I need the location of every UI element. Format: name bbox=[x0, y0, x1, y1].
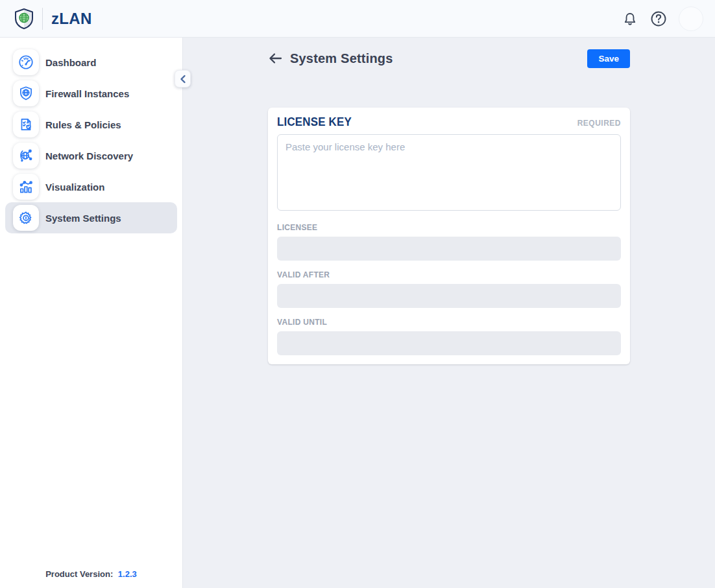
valid-after-label: VALID AFTER bbox=[277, 270, 621, 279]
sidebar-item-label: Firewall Instances bbox=[45, 88, 129, 99]
network-globe-icon bbox=[13, 143, 39, 169]
page-header: System Settings Save bbox=[268, 47, 630, 70]
valid-until-input bbox=[277, 331, 621, 355]
product-version-value[interactable]: 1.2.3 bbox=[118, 569, 137, 579]
sidebar: Dashboard Firewall Instances bbox=[0, 38, 183, 588]
sidebar-item-label: Visualization bbox=[45, 182, 104, 193]
gauge-icon bbox=[13, 49, 39, 75]
arrow-left-icon bbox=[268, 52, 282, 65]
user-avatar[interactable] bbox=[679, 6, 703, 31]
licensee-input bbox=[277, 237, 621, 261]
sidebar-item-network-discovery[interactable]: Network Discovery bbox=[5, 140, 177, 171]
main-content: System Settings Save LICENSE KEY REQUIRE… bbox=[183, 38, 715, 588]
license-key-card: LICENSE KEY REQUIRED LICENSEE VALID AFTE… bbox=[268, 108, 630, 364]
valid-after-field-group: VALID AFTER bbox=[277, 270, 621, 308]
required-badge: REQUIRED bbox=[577, 119, 621, 128]
sidebar-item-firewall-instances[interactable]: Firewall Instances bbox=[5, 78, 177, 109]
sidebar-item-system-settings[interactable]: System Settings bbox=[5, 202, 177, 233]
license-key-title: LICENSE KEY bbox=[277, 115, 352, 129]
rules-document-icon bbox=[13, 112, 39, 137]
brand-name: zLAN bbox=[51, 10, 92, 28]
chevron-left-icon bbox=[179, 75, 187, 84]
page-title: System Settings bbox=[290, 51, 393, 66]
bell-icon[interactable] bbox=[622, 10, 638, 27]
save-button[interactable]: Save bbox=[587, 49, 630, 68]
sidebar-item-label: Rules & Policies bbox=[45, 119, 121, 130]
app-header: zLAN bbox=[0, 0, 715, 38]
license-key-textarea[interactable] bbox=[277, 134, 621, 211]
sidebar-item-label: Network Discovery bbox=[45, 150, 133, 161]
back-button[interactable] bbox=[268, 51, 282, 65]
product-version: Product Version: 1.2.3 bbox=[5, 569, 177, 582]
sidebar-item-rules-policies[interactable]: Rules & Policies bbox=[5, 109, 177, 140]
sidebar-item-label: Dashboard bbox=[45, 57, 96, 68]
sidebar-item-label: System Settings bbox=[45, 213, 121, 224]
brand-divider bbox=[42, 8, 43, 30]
licensee-label: LICENSEE bbox=[277, 223, 621, 232]
help-icon[interactable] bbox=[650, 10, 667, 27]
gear-icon bbox=[13, 205, 39, 231]
sidebar-collapse-button[interactable] bbox=[175, 70, 191, 88]
valid-until-field-group: VALID UNTIL bbox=[277, 318, 621, 355]
sidebar-item-dashboard[interactable]: Dashboard bbox=[5, 47, 177, 78]
sidebar-item-visualization[interactable]: Visualization bbox=[5, 171, 177, 202]
valid-after-input bbox=[277, 284, 621, 308]
chart-icon bbox=[13, 174, 39, 200]
product-version-label: Product Version: bbox=[45, 569, 113, 579]
firewall-shield-icon bbox=[13, 80, 39, 106]
valid-until-label: VALID UNTIL bbox=[277, 318, 621, 327]
shield-globe-icon bbox=[12, 6, 36, 31]
licensee-field-group: LICENSEE bbox=[277, 223, 621, 261]
